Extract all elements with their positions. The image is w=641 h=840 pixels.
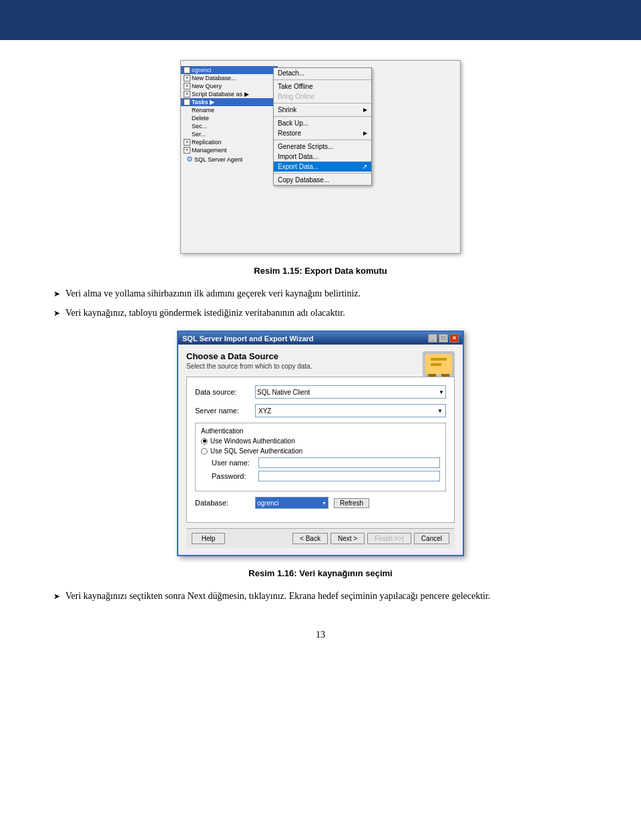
figure2-container: SQL Server Import and Export Wizard _ □ …: [53, 331, 588, 556]
datasource-input[interactable]: SQL Native Client ▼: [255, 385, 446, 399]
menu-takeoffline: Take Offline: [274, 81, 371, 91]
tree-item-newdb: + New Database...: [181, 74, 278, 82]
top-header-bar: [0, 0, 641, 40]
tree-item-repl: + Management: [181, 146, 278, 154]
tree-label7: Sec...: [184, 123, 207, 130]
dialog-header-area: Choose a Data Source Select the source f…: [186, 351, 455, 370]
expand-icon3: +: [184, 83, 190, 89]
help-button[interactable]: Help: [192, 533, 225, 544]
form-row-datasource: Data source: SQL Native Client ▼: [195, 385, 446, 399]
tree-label9: Replication: [192, 139, 222, 146]
dialog-title-icons: _ □ ✕: [428, 334, 459, 343]
tree-label11: ⚙SQL Server Agent: [184, 155, 242, 164]
password-label: Password:: [212, 472, 258, 480]
database-value: ogrenci: [257, 499, 322, 507]
servername-input[interactable]: XYZ ▼: [255, 404, 446, 417]
bullet-item-1: ➤ Veri alma ve yollama sihirbazının ilk …: [53, 286, 588, 300]
svg-rect-4: [431, 358, 447, 361]
datasource-dropdown-arrow: ▼: [439, 389, 444, 395]
dialog-window: SQL Server Import and Export Wizard _ □ …: [177, 331, 464, 556]
section-sub: Select the source from which to copy dat…: [186, 363, 455, 370]
refresh-btn[interactable]: Refresh: [334, 498, 369, 508]
sep2: [274, 103, 371, 103]
servername-dropdown-arrow: ▼: [437, 408, 443, 414]
tree-panel: + ogrenci + New Database... + New Query …: [181, 61, 278, 253]
figure1-container: + ogrenci + New Database... + New Query …: [53, 60, 588, 254]
radio-circle-windows: [201, 438, 208, 445]
page-number: 13: [53, 630, 588, 640]
radio-sql-auth[interactable]: Use SQL Server Authentication: [201, 447, 440, 455]
svg-rect-5: [431, 363, 441, 366]
menu-exportdata: Export Data... ↗: [274, 162, 371, 172]
menu-copydb: Copy Database...: [274, 175, 371, 185]
menu-detach: Detach...: [274, 68, 371, 78]
tree-label2: New Query: [192, 83, 222, 89]
tree-item-mgmt: ⚙SQL Server Agent: [181, 154, 278, 164]
dialog-body: Choose a Data Source Select the source f…: [178, 345, 463, 555]
tree-item-ogrenci: + ogrenci: [181, 66, 278, 74]
menu-bringonline: Bring Online: [274, 91, 371, 101]
auth-group-label: Authentication: [201, 427, 440, 435]
tree-label10: Management: [192, 147, 227, 154]
auth-group: Authentication Use Windows Authenticatio…: [195, 423, 446, 491]
minimize-icon[interactable]: _: [428, 334, 437, 343]
servername-label: Server name:: [195, 407, 255, 415]
bullet-arrow-3: ➤: [53, 590, 60, 602]
dialog-inner-form: Data source: SQL Native Client ▼ Server …: [186, 377, 455, 523]
tree-label: New Database...: [192, 75, 236, 81]
form-row-password: Password:: [212, 471, 440, 481]
tree-item-props: Ser...: [181, 130, 278, 138]
figure1-caption: Resim 1.15: Export Data komutu: [53, 266, 588, 276]
database-controls: ogrenci ▼ Refresh: [255, 497, 369, 509]
auth-option1-label: Use Windows Authentication: [210, 437, 295, 445]
content-area: + ogrenci + New Database... + New Query …: [0, 40, 641, 667]
database-dropdown[interactable]: ogrenci ▼: [255, 497, 329, 509]
back-button[interactable]: < Back: [292, 533, 328, 544]
bullet-item-3: ➤ Veri kaynağınızı seçtikten sonra Next …: [53, 589, 588, 603]
tree-item-delete: Delete: [181, 114, 278, 122]
username-input[interactable]: [258, 457, 440, 468]
expand-icon5: +: [184, 99, 190, 106]
maximize-icon[interactable]: □: [439, 334, 448, 343]
figure2-caption: Resim 1.16: Veri kaynağının seçimi: [53, 568, 588, 578]
menu-shrink: Shrink ▶: [274, 105, 371, 115]
tree-item-sec: + Replication: [181, 138, 278, 146]
dialog-titlebar: SQL Server Import and Export Wizard _ □ …: [178, 332, 463, 345]
servername-value: XYZ: [258, 407, 271, 415]
bullet-arrow-2: ➤: [53, 307, 60, 319]
database-arrow: ▼: [322, 501, 327, 505]
radio-windows-auth[interactable]: Use Windows Authentication: [201, 437, 440, 445]
expand-icon: +: [184, 67, 190, 73]
sep3: [274, 116, 371, 117]
menu-restore: Restore ▶: [274, 128, 371, 138]
form-row-servername: Server name: XYZ ▼: [195, 404, 446, 417]
sep1: [274, 79, 371, 80]
menu-backup: Back Up...: [274, 118, 371, 128]
bullet-item-2: ➤ Veri kaynağınız, tabloyu göndermek ist…: [53, 306, 588, 320]
expand-icon6: +: [184, 139, 190, 146]
tree-label-ogrenci: ogrenci: [192, 67, 212, 73]
section-title: Choose a Data Source: [186, 351, 455, 361]
expand-icon2: +: [184, 75, 190, 81]
nav-buttons: < Back Next > Finish >>| Cancel: [292, 533, 449, 544]
dialog-footer: Help < Back Next > Finish >>| C: [186, 528, 455, 548]
finish-button[interactable]: Finish >>|: [367, 533, 411, 544]
datasource-value: SQL Native Client: [257, 389, 310, 396]
password-input[interactable]: [258, 471, 440, 481]
expand-icon4: +: [184, 91, 190, 97]
submenu-1: Detach... Take Offline Bring Online Shri…: [273, 67, 372, 186]
auth-option2-label: Use SQL Server Authentication: [210, 447, 302, 455]
next-button[interactable]: Next >: [331, 533, 365, 544]
tree-label5: Rename: [184, 107, 214, 114]
tree-label4: Tasks ▶: [192, 99, 214, 106]
menu-importdata: Import Data...: [274, 152, 371, 162]
form-row-username: User name:: [212, 457, 440, 468]
tree-item-tasks: + Tasks ▶: [181, 98, 278, 106]
cancel-button[interactable]: Cancel: [414, 533, 449, 544]
close-icon[interactable]: ✕: [449, 334, 459, 343]
sep5: [274, 173, 371, 174]
tree-item-rename: Rename: [181, 106, 278, 114]
username-label: User name:: [212, 459, 258, 467]
bullet-arrow-1: ➤: [53, 288, 60, 300]
database-label: Database:: [195, 499, 255, 507]
